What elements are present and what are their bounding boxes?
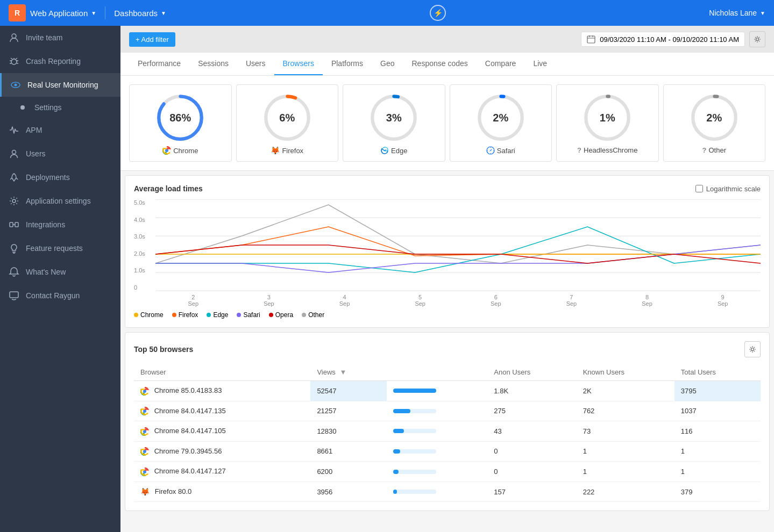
- sidebar: Invite team Crash Reporting Real User Mo…: [0, 26, 120, 532]
- tab-geo[interactable]: Geo: [372, 53, 403, 75]
- other-percent: 2%: [706, 112, 722, 124]
- browser-card-firefox[interactable]: 6% 🦊 Firefox: [236, 84, 339, 162]
- sidebar-item-application-settings[interactable]: Application settings: [0, 189, 120, 213]
- edge-browser-icon: [380, 146, 389, 155]
- views-cell-0: 52547: [310, 381, 387, 401]
- tab-live[interactable]: Live: [524, 53, 556, 75]
- avg-load-chart-section: Average load times Logarithmic scale 5.0…: [125, 175, 770, 328]
- sidebar-item-feature-requests-label: Feature requests: [26, 244, 83, 253]
- tab-browsers[interactable]: Browsers: [274, 53, 323, 75]
- sidebar-item-apm[interactable]: APM: [0, 118, 120, 142]
- sidebar-item-users[interactable]: Users: [0, 142, 120, 166]
- tab-performance[interactable]: Performance: [129, 53, 189, 75]
- edge-name: Edge: [380, 146, 407, 155]
- sidebar-item-users-label: Users: [26, 149, 46, 158]
- tab-geo-label: Geo: [380, 59, 394, 68]
- sidebar-item-whats-new[interactable]: What's New: [0, 260, 120, 284]
- svg-point-34: [751, 348, 754, 351]
- tab-response-codes[interactable]: Response codes: [403, 53, 476, 75]
- legend-other-label: Other: [308, 311, 324, 319]
- anon-users-cell-3: 0: [487, 441, 576, 462]
- date-range-picker[interactable]: 09/03/2020 11:10 AM - 09/10/2020 11:10 A…: [581, 32, 745, 47]
- chrome-row-icon: [140, 468, 149, 476]
- sidebar-item-real-user-monitoring[interactable]: Real User Monitoring: [0, 73, 120, 97]
- legend-firefox-dot: [172, 313, 176, 317]
- tab-platforms[interactable]: Platforms: [323, 53, 372, 75]
- legend-other-dot: [302, 313, 306, 317]
- chrome-row-icon: [140, 387, 149, 396]
- browser-card-other[interactable]: 2% ? Other: [663, 84, 766, 162]
- settings-gear-button[interactable]: [749, 31, 765, 47]
- sidebar-item-invite-team[interactable]: Invite team: [0, 26, 120, 49]
- tab-compare[interactable]: Compare: [477, 53, 525, 75]
- views-cell-2: 12830: [310, 421, 387, 442]
- legend-firefox-label: Firefox: [179, 311, 198, 319]
- total-users-cell-3: 1: [674, 441, 761, 462]
- browser-card-edge[interactable]: 3% Edge: [343, 84, 445, 162]
- dashboards-label: Dashboards: [114, 9, 158, 18]
- add-filter-label: + Add filter: [136, 35, 169, 44]
- headless-percent: 1%: [600, 112, 615, 124]
- user-icon: [9, 148, 19, 159]
- legend-safari: Safari: [237, 311, 260, 319]
- x-label-sep9: 9Sep: [718, 294, 728, 307]
- legend-edge-dot: [207, 313, 211, 317]
- sidebar-item-contact-raygun[interactable]: Contact Raygun: [0, 284, 120, 307]
- svg-point-36: [143, 390, 146, 393]
- total-users-cell-1: 1037: [674, 401, 761, 421]
- sidebar-item-integrations[interactable]: Integrations: [0, 213, 120, 236]
- sidebar-item-contact-raygun-label: Contact Raygun: [26, 291, 80, 300]
- app-name[interactable]: Web Application ▼: [30, 9, 96, 18]
- bar-cell-0: [387, 381, 487, 401]
- nav-divider: [105, 6, 105, 19]
- sidebar-item-settings[interactable]: Settings: [0, 97, 120, 118]
- table-gear-icon: [749, 346, 756, 353]
- add-filter-button[interactable]: + Add filter: [129, 32, 175, 47]
- sidebar-item-deployments-label: Deployments: [26, 173, 70, 182]
- user-menu[interactable]: Nicholas Lane ▼: [709, 9, 765, 17]
- browser-name-cell: Chrome 79.0.3945.56: [134, 441, 310, 462]
- log-scale-label[interactable]: Logarithmic scale: [695, 185, 761, 193]
- sidebar-item-feature-requests[interactable]: Feature requests: [0, 236, 120, 260]
- bar-cell-2: [387, 421, 487, 442]
- col-views[interactable]: Views ▼: [310, 364, 387, 381]
- log-scale-checkbox[interactable]: [695, 185, 703, 192]
- dashboards-menu[interactable]: Dashboards ▼: [114, 9, 166, 18]
- browser-card-safari[interactable]: 2% Safari: [450, 84, 552, 162]
- other-donut: 2%: [690, 94, 739, 142]
- top-nav: R Web Application ▼ Dashboards ▼ ⚡ Nicho…: [0, 0, 774, 26]
- anon-users-cell-1: 275: [487, 401, 576, 421]
- legend-other: Other: [302, 311, 324, 319]
- views-cell-1: 21257: [310, 401, 387, 421]
- table-row: Chrome 79.0.3945.56 8661 0 1 1: [134, 441, 761, 462]
- firefox-name: 🦊 Firefox: [271, 146, 303, 155]
- known-users-cell-1: 762: [577, 401, 674, 421]
- col-anon-users: Anon Users: [487, 364, 576, 381]
- chart-header: Average load times Logarithmic scale: [134, 184, 761, 193]
- sidebar-item-deployments[interactable]: Deployments: [0, 166, 120, 189]
- tab-users[interactable]: Users: [237, 53, 274, 75]
- browser-card-chrome[interactable]: 86% Chrome: [129, 84, 232, 162]
- bar-cell-4: [387, 462, 487, 482]
- person-icon: [9, 32, 19, 43]
- sidebar-item-app-settings-label: Application settings: [26, 197, 91, 205]
- tab-platforms-label: Platforms: [331, 59, 363, 68]
- bug-icon: [9, 56, 19, 67]
- sidebar-item-invite-team-label: Invite team: [26, 33, 62, 42]
- tab-sessions-label: Sessions: [198, 59, 229, 68]
- sort-icon: ▼: [339, 368, 346, 376]
- table-settings-button[interactable]: [744, 341, 761, 357]
- legend-edge-label: Edge: [213, 311, 228, 319]
- chrome-row-icon: [140, 407, 149, 415]
- legend-chrome: Chrome: [134, 311, 164, 319]
- table-header: Browser Views ▼ Anon Users Known Users T…: [134, 364, 761, 381]
- browser-card-headless[interactable]: 1% ? HeadlessChrome: [556, 84, 659, 162]
- browser-name-cell: 🦊 Firefox 80.0: [134, 481, 310, 502]
- sidebar-item-rum-label: Real User Monitoring: [27, 81, 98, 89]
- eye-icon: [10, 80, 21, 90]
- table-title: Top 50 browsers: [134, 345, 193, 354]
- sidebar-item-crash-reporting[interactable]: Crash Reporting: [0, 49, 120, 73]
- svg-text:⚡: ⚡: [433, 9, 443, 18]
- tab-sessions[interactable]: Sessions: [189, 53, 237, 75]
- legend-firefox: Firefox: [172, 311, 198, 319]
